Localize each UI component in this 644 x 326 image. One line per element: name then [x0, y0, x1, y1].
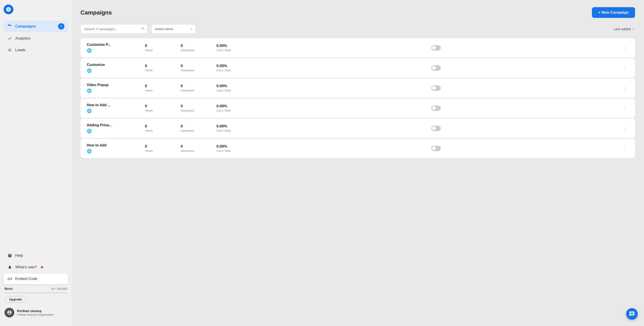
sidebar-item-help-label: Help — [15, 253, 23, 258]
campaign-name: How to Add ... — [87, 103, 145, 107]
analytics-icon — [7, 36, 12, 41]
new-campaign-button[interactable]: + New Campaign — [592, 7, 635, 18]
campaign-toggle-area — [252, 45, 620, 50]
views-label: Views — [145, 48, 152, 52]
user-section[interactable]: Perihan Uramış Perihan Uramış's Organiza… — [4, 306, 68, 320]
interaction-value: 0 — [181, 84, 216, 88]
views-value: 0 — [145, 64, 181, 68]
interaction-label: Interaction — [181, 89, 194, 92]
main-content: Campaigns + New Campaign Select items La… — [72, 0, 644, 326]
campaign-toggle[interactable] — [431, 106, 441, 111]
sidebar-item-whats-new[interactable]: What's new? — [4, 262, 68, 272]
campaign-card: Adding Priva... 🌐 0 Views 0 Interaction … — [80, 119, 635, 138]
views-value: 0 — [145, 84, 181, 88]
campaign-toggle[interactable] — [431, 45, 441, 50]
campaign-menu: ⋮ — [620, 145, 629, 152]
campaign-conv-rate: 0.00% Conv. Rate — [216, 124, 252, 132]
campaign-globe-icon: 🌐 — [87, 129, 92, 133]
sidebar-item-analytics[interactable]: Analytics — [4, 33, 68, 44]
campaign-conv-rate: 0.00% Conv. Rate — [216, 84, 252, 92]
campaign-interaction: 0 Interaction — [181, 44, 216, 52]
sidebar-bottom: Help What's new? Embed Code — [4, 250, 68, 322]
chat-widget[interactable] — [626, 308, 638, 320]
campaign-toggle[interactable] — [431, 126, 441, 131]
conv-rate-value: 0.00% — [216, 44, 252, 48]
conv-rate-label: Conv. Rate — [216, 69, 231, 72]
svg-point-0 — [10, 278, 10, 280]
interaction-label: Interaction — [181, 109, 194, 112]
sidebar: Campaigns 7 Analytics Leads — [0, 0, 72, 326]
campaign-views: 0 Views — [145, 64, 181, 72]
search-input[interactable] — [80, 24, 148, 34]
search-icon — [141, 27, 145, 31]
campaign-card: How to Add 🌐 0 Views 0 Interaction 0.00%… — [80, 139, 635, 158]
campaign-name-col: How to Add 🌐 — [87, 143, 145, 154]
campaign-more-button[interactable]: ⋮ — [621, 44, 629, 52]
campaign-card: How to Add ... 🌐 0 Views 0 Interaction 0… — [80, 98, 635, 118]
sidebar-item-campaigns[interactable]: Campaigns 7 — [4, 20, 68, 32]
interaction-value: 0 — [181, 144, 216, 149]
interaction-value: 0 — [181, 124, 216, 128]
campaign-toggle-area — [252, 86, 620, 91]
views-label: Views — [145, 69, 152, 72]
leads-icon — [7, 48, 12, 53]
campaign-interaction: 0 Interaction — [181, 144, 216, 153]
campaign-toggle-area — [252, 65, 620, 71]
campaigns-icon — [7, 24, 12, 29]
campaign-conv-rate: 0.00% Conv. Rate — [216, 64, 252, 72]
campaign-name: Video Popup — [87, 83, 145, 87]
page-title: Campaigns — [80, 9, 112, 16]
campaign-more-button[interactable]: ⋮ — [621, 84, 629, 92]
campaign-conv-rate: 0.00% Conv. Rate — [216, 144, 252, 153]
sidebar-item-campaigns-label: Campaigns — [15, 24, 36, 28]
campaign-interaction: 0 Interaction — [181, 64, 216, 72]
conv-rate-value: 0.00% — [216, 84, 252, 88]
views-value: 0 — [145, 44, 181, 48]
campaign-menu: ⋮ — [620, 84, 629, 92]
campaigns-badge: 7 — [58, 23, 64, 30]
campaign-globe-icon: 🌐 — [87, 109, 92, 113]
sort-button[interactable]: Last added — [614, 27, 635, 31]
campaign-more-button[interactable]: ⋮ — [621, 145, 629, 152]
campaign-menu: ⋮ — [620, 44, 629, 52]
sidebar-item-leads[interactable]: Leads — [4, 45, 68, 56]
views-value: 0 — [145, 144, 181, 149]
campaign-more-button[interactable]: ⋮ — [621, 105, 629, 112]
campaigns-list: Customize P... 🌐 0 Views 0 Interaction 0… — [80, 38, 635, 158]
app-logo[interactable] — [4, 4, 14, 14]
campaign-views: 0 Views — [145, 144, 181, 153]
campaign-name: Customize — [87, 63, 145, 67]
plan-info: Basic 15 / 100.000 Upgrade — [4, 285, 68, 306]
campaign-more-button[interactable]: ⋮ — [621, 64, 629, 72]
campaign-toggle[interactable] — [431, 86, 441, 91]
user-name: Perihan Uramış — [17, 309, 54, 313]
sidebar-item-whats-new-label: What's new? — [15, 265, 37, 270]
help-icon — [7, 253, 12, 258]
views-value: 0 — [145, 124, 181, 128]
sidebar-item-help[interactable]: Help — [4, 250, 68, 261]
conv-rate-value: 0.00% — [216, 144, 252, 149]
campaign-toggle[interactable] — [431, 146, 441, 151]
views-value: 0 — [145, 104, 181, 108]
interaction-value: 0 — [181, 104, 216, 108]
campaign-globe-icon: 🌐 — [87, 149, 92, 154]
plan-usage: 15 / 100.000 — [51, 287, 67, 290]
campaign-views: 0 Views — [145, 124, 181, 132]
user-info: Perihan Uramış Perihan Uramış's Organiza… — [17, 309, 54, 316]
campaign-toggle[interactable] — [431, 65, 441, 71]
interaction-value: 0 — [181, 64, 216, 68]
views-label: Views — [145, 129, 152, 132]
search-wrapper — [80, 24, 148, 34]
campaign-name: Adding Priva... — [87, 123, 145, 127]
campaign-card: Customize P... 🌐 0 Views 0 Interaction 0… — [80, 38, 635, 58]
campaign-name: How to Add — [87, 143, 145, 147]
upgrade-button[interactable]: Upgrade — [4, 296, 26, 303]
whats-new-dot — [41, 266, 43, 268]
campaign-conv-rate: 0.00% Conv. Rate — [216, 104, 252, 112]
select-items-dropdown[interactable]: Select items — [151, 24, 196, 34]
campaign-name-col: Adding Priva... 🌐 — [87, 123, 145, 134]
campaign-conv-rate: 0.00% Conv. Rate — [216, 44, 252, 52]
campaign-more-button[interactable]: ⋮ — [621, 125, 629, 132]
sidebar-item-embed-code[interactable]: Embed Code — [4, 274, 68, 284]
sort-label: Last added — [614, 27, 630, 31]
